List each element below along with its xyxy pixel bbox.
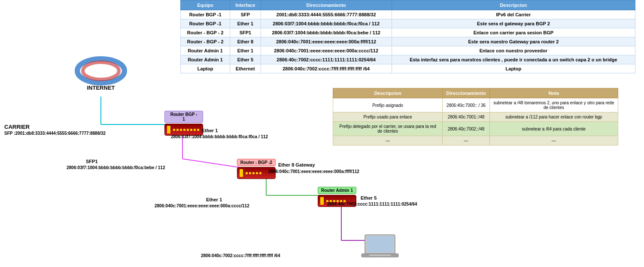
ether5-admin1-label: Ether 5 — [361, 195, 377, 200]
cloud-svg — [71, 56, 131, 86]
svg-rect-12 — [367, 236, 393, 252]
router-ports — [173, 128, 200, 131]
ether8-label: Ether 8 Gateway — [278, 162, 315, 167]
svg-line-3 — [182, 159, 240, 167]
svg-point-10 — [88, 65, 114, 77]
port — [197, 129, 199, 131]
port — [252, 172, 255, 174]
router-strip — [167, 126, 170, 134]
sfp1-label: SFP1 — [86, 159, 98, 164]
port — [190, 129, 192, 131]
router-bgp1-device — [164, 124, 203, 136]
svg-rect-14 — [369, 255, 391, 256]
port — [173, 129, 175, 131]
router-bgp1: Router BGP -1 — [164, 111, 203, 136]
router-strip — [240, 169, 243, 177]
router-admin1-label: Router Admin 1 — [318, 187, 356, 194]
port — [183, 129, 185, 131]
laptop — [361, 234, 399, 263]
ether1-bgp1-label: Ether 1 — [202, 128, 218, 133]
diagram: INTERNET CARRIER SFP :2001:db8:3333:4444… — [0, 0, 644, 267]
laptop-addr: 2806:040c:7002:cccc:7fff:ffff:ffff:ffff … — [201, 253, 280, 258]
port — [256, 172, 258, 174]
port — [249, 172, 251, 174]
port — [259, 172, 261, 174]
sfp1-addr: 2806:03f7:1004:bbbb:bbbb:bbbb:f0ca:bebe … — [67, 165, 165, 170]
router-strip — [320, 197, 324, 205]
carrier-label: CARRIER — [4, 124, 30, 130]
ether1-admin1-label: Ether 1 — [206, 197, 222, 202]
router-bgp1-label: Router BGP -1 — [164, 111, 203, 123]
port — [194, 129, 196, 131]
port — [180, 129, 182, 131]
ether1-admin1-addr: 2806:040c:7001:eeee:eeee:eeee:000a:cccc/… — [155, 203, 249, 208]
port — [246, 172, 248, 174]
carrier-sfp-label: SFP :2001:db8:3333:4444:5555:6666:7777:8… — [4, 131, 106, 136]
ether1-bgp1-addr: 2806:03f7:1004:bbbb:bbbb:bbbb:f0ca:f0ca … — [171, 134, 268, 139]
router-ports — [245, 172, 262, 175]
internet-cloud: INTERNET — [71, 56, 131, 94]
laptop-svg — [361, 234, 399, 262]
port — [176, 129, 179, 131]
port — [187, 129, 189, 131]
ether5-admin1-addr: 2806:40c:7002:cccc:1111:1111:1111:0254/6… — [327, 202, 417, 206]
router-bgp2-label: Router - BGP -2 — [237, 159, 276, 166]
ether8-addr: 2806:040c:7001:eeee:eeee:eeee:000a:ffff/… — [268, 169, 359, 174]
